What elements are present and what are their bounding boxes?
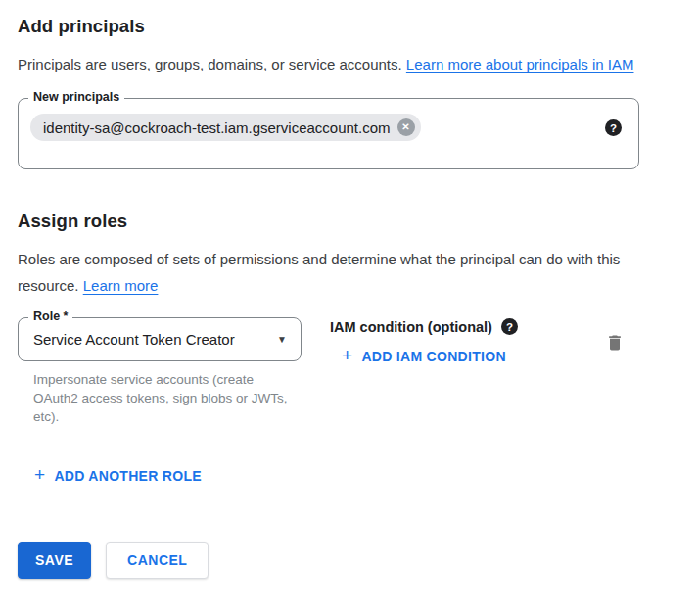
assign-roles-description: Roles are composed of sets of permission…: [18, 246, 654, 299]
plus-icon: +: [34, 465, 45, 484]
page-title: Add principals: [18, 16, 680, 37]
save-button[interactable]: SAVE: [18, 542, 91, 579]
principals-description: Principals are users, groups, domains, o…: [18, 51, 654, 77]
principals-description-text: Principals are users, groups, domains, o…: [18, 56, 402, 72]
assign-roles-title: Assign roles: [18, 211, 680, 232]
trash-icon: [605, 333, 625, 353]
iam-condition-header: IAM condition (optional) ?: [330, 318, 518, 335]
iam-condition-help-icon[interactable]: ?: [501, 318, 518, 335]
role-helper-text: Impersonate service accounts (create OAu…: [33, 370, 300, 426]
chevron-down-icon: ▼: [277, 334, 287, 345]
principal-chip-value: identity-sa@cockroach-test.iam.gservicea…: [43, 119, 391, 136]
action-bar: SAVE CANCEL: [18, 542, 680, 579]
add-iam-condition-button[interactable]: + ADD IAM CONDITION: [342, 347, 506, 365]
role-selected-value: Service Account Token Creator: [33, 331, 235, 348]
role-column: Role * Service Account Token Creator ▼ I…: [18, 317, 302, 426]
add-another-role-label: ADD ANOTHER ROLE: [54, 468, 202, 484]
plus-icon: +: [342, 346, 352, 364]
close-icon: ✕: [401, 122, 409, 132]
iam-condition-label: IAM condition (optional): [330, 319, 492, 335]
role-select-dropdown[interactable]: Role * Service Account Token Creator ▼: [18, 317, 302, 361]
add-another-role-button[interactable]: + ADD ANOTHER ROLE: [34, 466, 202, 485]
add-principals-panel: Add principals Principals are users, gro…: [0, 0, 698, 616]
learn-more-principals-link[interactable]: Learn more about principals in IAM: [406, 56, 634, 72]
learn-more-roles-link[interactable]: Learn more: [83, 277, 159, 294]
new-principals-help-icon[interactable]: ?: [605, 119, 622, 136]
role-label: Role *: [28, 309, 72, 323]
iam-condition-column: IAM condition (optional) ? + ADD IAM CON…: [330, 317, 518, 366]
chip-remove-button[interactable]: ✕: [397, 118, 415, 136]
add-iam-condition-label: ADD IAM CONDITION: [361, 349, 505, 364]
new-principals-label: New principals: [28, 90, 124, 104]
new-principals-field[interactable]: New principals identity-sa@cockroach-tes…: [18, 98, 639, 169]
delete-role-button[interactable]: [603, 331, 627, 355]
role-row: Role * Service Account Token Creator ▼ I…: [18, 317, 627, 426]
cancel-button[interactable]: CANCEL: [106, 542, 209, 579]
principal-chip: identity-sa@cockroach-test.iam.gservicea…: [30, 114, 421, 141]
